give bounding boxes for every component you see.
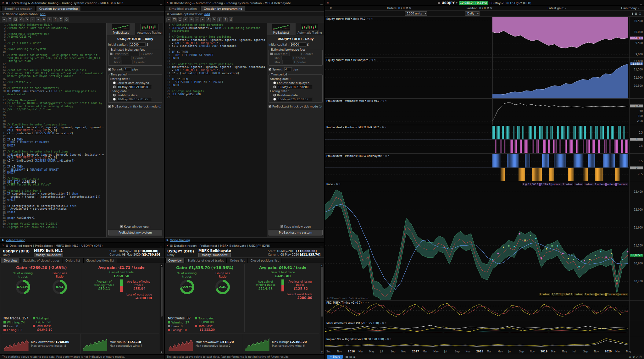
redo-icon[interactable]: ↷ bbox=[189, 17, 194, 22]
initial-capital-input[interactable] bbox=[129, 42, 146, 47]
positions-chart-ml2[interactable] bbox=[325, 125, 629, 153]
end-date-input[interactable] bbox=[117, 97, 152, 101]
text-icon[interactable]: A bbox=[206, 17, 211, 22]
tick-mode-checkbox[interactable] bbox=[269, 105, 271, 108]
scroll-down-icon[interactable]: ▼ bbox=[161, 351, 162, 353]
close-icon[interactable]: ✕ bbox=[2, 2, 4, 4]
popout-icon[interactable]: ⧉ bbox=[383, 100, 384, 102]
close-icon[interactable]: ✕ bbox=[166, 244, 169, 247]
max-fee-input[interactable] bbox=[282, 60, 293, 64]
scroll-up-icon[interactable]: ▲ bbox=[161, 264, 162, 266]
magnifier-icon[interactable]: ⌕ bbox=[369, 59, 371, 61]
end-date-radio[interactable] bbox=[273, 98, 276, 101]
position-swap-icon[interactable]: ⇄ bbox=[487, 7, 489, 9]
varopt-add-link[interactable]: add bbox=[204, 12, 210, 16]
tab-closed-positions-list[interactable]: Closed positions list bbox=[248, 258, 282, 263]
start-date-input[interactable] bbox=[117, 85, 152, 89]
tab-orders-list[interactable]: Orders list bbox=[227, 258, 247, 263]
order-fee-checkbox[interactable] bbox=[110, 52, 113, 55]
tab-overview[interactable]: Overview bbox=[1, 258, 20, 263]
cut-icon[interactable]: ✂ bbox=[2, 17, 7, 22]
search-icon[interactable]: ⌕ bbox=[30, 17, 35, 22]
zoom-in-icon[interactable]: ⊕ bbox=[632, 356, 635, 358]
magnifier-icon[interactable]: ⌕ bbox=[380, 100, 382, 102]
text-icon[interactable]: A bbox=[42, 17, 46, 22]
function-icon[interactable]: ƒ bbox=[217, 17, 222, 22]
start-earliest-radio[interactable] bbox=[113, 81, 116, 84]
order-fee-input[interactable] bbox=[289, 52, 300, 56]
popout-icon[interactable]: ⧉ bbox=[336, 183, 338, 185]
magnifier-icon[interactable]: ⌕ bbox=[334, 183, 336, 185]
tab-statistics-closed-trades[interactable]: Statistics of closed trades bbox=[20, 258, 62, 263]
magnifier-icon[interactable]: ⌕ bbox=[383, 155, 384, 157]
close-icon[interactable]: ✕ bbox=[367, 301, 369, 304]
copy-icon[interactable]: ❐ bbox=[8, 17, 12, 22]
tab-statistics-closed-trades[interactable]: Statistics of closed trades bbox=[185, 258, 227, 263]
min-fee-input[interactable] bbox=[281, 56, 292, 60]
popout-icon[interactable]: ⧉ bbox=[369, 18, 370, 20]
end-date-radio[interactable] bbox=[113, 98, 116, 101]
probacktest-run-button[interactable]: ProBacktest my system bbox=[269, 230, 323, 235]
tick-mode-checkbox[interactable] bbox=[108, 105, 111, 108]
video-training-link[interactable]: Video training bbox=[170, 239, 190, 242]
grid-icon[interactable]: ▦ bbox=[635, 12, 637, 15]
popout-icon[interactable]: ⧉ bbox=[382, 126, 384, 129]
popout-icon[interactable]: ⧉ bbox=[365, 301, 366, 304]
zoom-icon[interactable]: ⌖ bbox=[36, 17, 41, 22]
tab-automatic-trading[interactable]: Automatic Trading bbox=[296, 23, 324, 35]
expand-icon[interactable]: ⤢ bbox=[636, 356, 638, 358]
start-date-radio[interactable] bbox=[113, 86, 116, 88]
print-icon[interactable]: ⎙ bbox=[640, 356, 642, 358]
tab-orders-list[interactable]: Orders list bbox=[63, 258, 83, 263]
sum-icon[interactable]: Σ bbox=[58, 17, 63, 22]
close-icon[interactable]: ✕ bbox=[338, 183, 340, 185]
grid-icon[interactable]: ▦ bbox=[345, 356, 348, 358]
video-training-link[interactable]: Video training bbox=[6, 239, 25, 242]
spread-checkbox[interactable] bbox=[108, 68, 111, 71]
order-fee-checkbox[interactable] bbox=[270, 52, 273, 55]
equity-curve-chart-ml2[interactable] bbox=[325, 17, 629, 58]
scrollbar[interactable]: ▲ ▼ bbox=[320, 264, 324, 354]
scroll-up-icon[interactable]: ▲ bbox=[321, 264, 323, 266]
popout-icon[interactable]: ⧉ bbox=[385, 155, 387, 157]
min-fee-input[interactable] bbox=[121, 56, 132, 60]
positions-chart-belkhayate[interactable] bbox=[325, 154, 629, 182]
scrollbar[interactable]: ▲ ▼ bbox=[160, 264, 163, 354]
units-select[interactable]: 1000 units ▾ bbox=[405, 11, 427, 16]
close-icon[interactable]: ✕ bbox=[166, 2, 169, 4]
print-icon[interactable]: ⎙ bbox=[64, 17, 69, 22]
magnifier-icon[interactable]: ⌕ bbox=[385, 338, 386, 340]
tab-automatic-trading[interactable]: Automatic Trading bbox=[135, 23, 164, 35]
candles-icon[interactable]: ▮ bbox=[632, 12, 633, 15]
symbol-select[interactable]: USDJPY bbox=[441, 1, 455, 5]
modify-probacktest-button[interactable]: Modify ProBacktest bbox=[34, 253, 63, 257]
function-icon[interactable]: ƒ bbox=[53, 17, 58, 22]
timeframe-select[interactable]: Daily ▾ bbox=[465, 11, 480, 16]
close-icon[interactable]: ✕ bbox=[327, 2, 329, 4]
variables-chart-ml2[interactable] bbox=[325, 99, 629, 125]
order-fee-input[interactable] bbox=[129, 52, 140, 56]
code-editor[interactable]: 1//Bard MBFX Belkhayate ML2//----2//Main… bbox=[0, 23, 106, 237]
calendar-icon[interactable]: ▤ bbox=[349, 356, 352, 358]
tab-closed-positions-list[interactable]: Closed positions list bbox=[83, 258, 117, 263]
tab-probacktest[interactable]: ProBacktest bbox=[107, 23, 135, 35]
magnifier-icon[interactable]: ⌕ bbox=[380, 126, 381, 129]
undo-icon[interactable]: ↶ bbox=[19, 17, 24, 22]
minimize-icon[interactable]: ▁ bbox=[160, 2, 162, 4]
minimize-icon[interactable]: ▁ bbox=[320, 244, 323, 247]
list-icon[interactable]: ≣ bbox=[353, 356, 356, 358]
paste-icon[interactable]: ❏ bbox=[13, 17, 18, 22]
position-gear-icon[interactable]: ⚙ bbox=[490, 7, 492, 9]
probacktest-run-button[interactable]: ProBacktest my system bbox=[108, 230, 162, 235]
close-icon[interactable]: ✕ bbox=[387, 155, 389, 157]
tab-creation-by-programming[interactable]: Creation by programming bbox=[201, 6, 245, 11]
chevron-down-icon[interactable]: ▾ bbox=[456, 2, 458, 4]
close-icon[interactable]: ✕ bbox=[2, 244, 4, 247]
prc-mbfx-timing-chart[interactable] bbox=[325, 301, 629, 321]
magnifier-icon[interactable]: ⌕ bbox=[367, 18, 368, 20]
edit-icon[interactable]: ✎ bbox=[212, 17, 216, 22]
share-button[interactable]: ↗ Share bbox=[327, 355, 343, 359]
start-date-input[interactable] bbox=[277, 85, 312, 89]
paste-icon[interactable]: ❏ bbox=[178, 17, 182, 22]
code-editor[interactable]: 1// Definition of code parameters2DEFPAR… bbox=[165, 23, 267, 237]
